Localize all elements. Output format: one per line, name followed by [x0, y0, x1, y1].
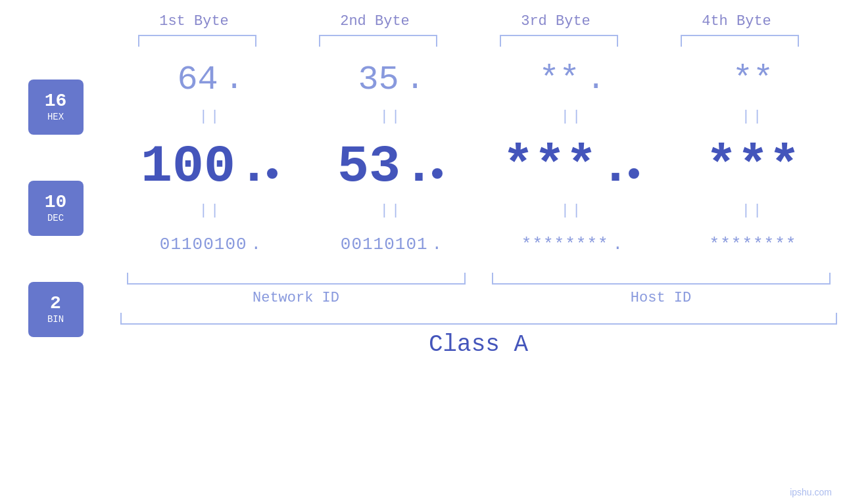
dec-b3-cell: *** .	[500, 137, 644, 196]
hex-b1-cell: 64 .	[138, 60, 283, 99]
main-container: 1st Byte 2nd Byte 3rd Byte 4th Byte 16 H…	[0, 0, 845, 504]
bin-row: 01100100 . 00110101 . ******** . *******…	[114, 221, 844, 267]
dec-dot1: .	[238, 141, 270, 193]
byte4-header: 4th Byte	[664, 13, 809, 30]
eq1-3: ||	[500, 108, 644, 125]
dec-sep-dot3	[629, 168, 639, 179]
network-bracket	[127, 273, 466, 285]
byte-headers: 1st Byte 2nd Byte 3rd Byte 4th Byte	[104, 13, 827, 30]
bin-b1-cell: 01100100 .	[138, 235, 283, 254]
dec-b1-value: 100	[141, 137, 235, 196]
bracket4	[667, 35, 812, 47]
bin-dot3: .	[613, 235, 623, 254]
dec-b4-value: ***	[706, 137, 800, 196]
hex-b2-cell: 35 .	[319, 60, 464, 99]
host-bracket-wrap	[479, 273, 844, 285]
bin-b1-value: 01100100	[160, 235, 247, 254]
hex-badge: 16 HEX	[28, 80, 84, 135]
network-bracket-wrap	[114, 273, 479, 285]
dec-badge-number: 10	[45, 193, 67, 212]
bin-b2-value: 00110101	[341, 235, 428, 254]
hex-b4-cell: **	[681, 60, 825, 99]
content-area: 16 HEX 10 DEC 2 BIN 64 . 35	[28, 47, 844, 383]
dec-badge: 10 DEC	[28, 181, 84, 236]
eq-row-2: || || || ||	[114, 202, 844, 219]
bin-b3-value: ********	[521, 235, 609, 254]
bracket2	[306, 35, 450, 47]
bin-badge: 2 BIN	[28, 282, 84, 337]
bottom-brackets	[114, 273, 844, 285]
eq-row-1: || || || ||	[114, 108, 844, 125]
dec-sep-dot1	[267, 168, 278, 179]
bin-dot2: .	[432, 235, 443, 254]
bracket1	[125, 35, 270, 47]
bin-badge-number: 2	[50, 294, 61, 313]
byte3-header: 3rd Byte	[483, 13, 628, 30]
dec-b2-value: 53	[337, 137, 400, 196]
eq2-3: ||	[500, 202, 644, 219]
dec-b4-cell: ***	[681, 137, 825, 196]
bin-b4-value: ********	[710, 235, 797, 254]
hex-b3-value: **	[539, 60, 579, 99]
host-id-label: Host ID	[479, 290, 844, 306]
hex-badge-label: HEX	[47, 112, 64, 122]
eq1-1: ||	[138, 108, 283, 125]
dec-b1-cell: 100 .	[138, 137, 283, 196]
bin-badge-label: BIN	[47, 314, 64, 325]
hex-dot3: .	[587, 62, 606, 97]
byte2-header: 2nd Byte	[302, 13, 447, 30]
eq1-2: ||	[319, 108, 464, 125]
class-label: Class A	[114, 331, 844, 358]
bin-b2-cell: 00110101 .	[319, 235, 464, 254]
hex-badge-number: 16	[45, 92, 67, 110]
network-id-label: Network ID	[114, 290, 479, 306]
dec-b3-value: ***	[502, 137, 597, 196]
top-brackets	[107, 35, 831, 47]
hex-b1-value: 64	[177, 60, 218, 99]
byte1-header: 1st Byte	[122, 13, 266, 30]
dec-badge-label: DEC	[47, 213, 64, 223]
hex-dot2: .	[406, 62, 425, 97]
hex-row: 64 . 35 . ** . **	[114, 53, 844, 106]
dec-dot2: .	[403, 141, 435, 193]
bin-b3-cell: ******** .	[500, 235, 644, 254]
hex-b2-value: 35	[358, 60, 398, 99]
eq2-4: ||	[681, 202, 825, 219]
host-bracket	[492, 273, 831, 285]
bytes-grid: 64 . 35 . ** . ** || || ||	[114, 47, 844, 358]
bin-dot1: .	[251, 235, 262, 254]
hex-dot1: .	[225, 62, 244, 97]
eq2-2: ||	[319, 202, 464, 219]
id-labels: Network ID Host ID	[114, 290, 844, 306]
watermark: ipshu.com	[790, 487, 832, 497]
bin-b4-cell: ********	[681, 235, 825, 254]
eq2-1: ||	[138, 202, 283, 219]
dec-dot3: .	[600, 141, 631, 193]
hex-b3-cell: ** .	[500, 60, 644, 99]
badges-column: 16 HEX 10 DEC 2 BIN	[28, 47, 114, 383]
dec-b2-cell: 53 .	[319, 137, 464, 196]
dec-row: 100 . 53 . *** . ***	[114, 127, 844, 200]
dec-sep-dot2	[432, 168, 443, 179]
eq1-4: ||	[681, 108, 825, 125]
bracket3	[487, 35, 631, 47]
hex-b4-value: **	[733, 60, 773, 99]
full-bracket	[120, 313, 837, 325]
